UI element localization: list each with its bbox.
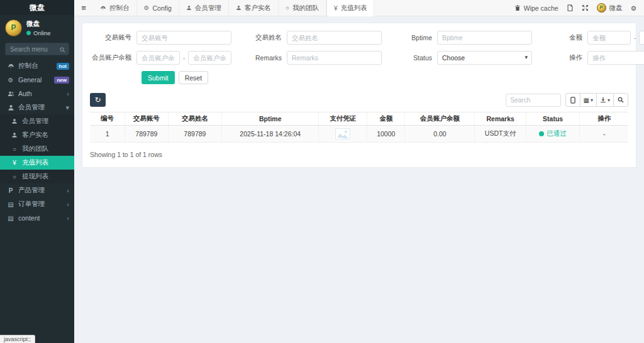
remarks-input[interactable] xyxy=(287,51,382,65)
cell-action: - xyxy=(580,126,628,143)
file-icon[interactable] xyxy=(567,4,574,11)
refresh-button[interactable]: ↻ xyxy=(90,93,106,107)
user-icon xyxy=(6,104,15,111)
account-input[interactable] xyxy=(136,31,231,45)
settings-gear-icon[interactable]: ⚙ xyxy=(631,4,636,12)
sidebar-item-label: General xyxy=(18,76,54,84)
avatar xyxy=(5,19,22,36)
tab-config[interactable]: ⚙ Config xyxy=(137,0,179,16)
amount-max-input[interactable] xyxy=(639,31,644,45)
fullscreen-icon[interactable] xyxy=(582,4,589,11)
chevron-left-icon: ‹ xyxy=(67,90,69,97)
cell-id: 1 xyxy=(90,126,125,143)
balance-max-input[interactable] xyxy=(188,51,231,65)
table-header-row: 编号 交易账号 交易姓名 Bptime 支付凭证 金额 会员账户余额 Remar… xyxy=(90,112,628,126)
sidebar-item-label: content xyxy=(18,214,67,222)
reset-button[interactable]: Reset xyxy=(179,71,208,84)
columns-icon: ▦ xyxy=(584,97,589,104)
tab-label: Config xyxy=(152,4,171,12)
sidebar-item-member-mgmt[interactable]: 会员管理 ▾ xyxy=(0,101,74,114)
sidebar-item-general[interactable]: ⚙ General new xyxy=(0,73,74,87)
tab-my-team[interactable]: ○ 我的团队 xyxy=(279,0,326,16)
col-header-remarks: Remarks xyxy=(475,112,526,126)
table-view-buttons: ▦▾ ▾ xyxy=(566,93,628,107)
status-dot-icon xyxy=(539,131,544,136)
tab-label: 客户实名 xyxy=(245,4,271,13)
sidebar-item-label: 我的团队 xyxy=(22,144,69,153)
tab-dashboard[interactable]: 控制台 xyxy=(93,0,137,16)
export-button[interactable]: ▾ xyxy=(596,93,614,107)
bptime-input[interactable] xyxy=(437,31,532,45)
action-input[interactable] xyxy=(587,51,644,65)
wipe-cache-button[interactable]: Wipe cache xyxy=(514,4,558,12)
status-label: Status xyxy=(391,54,437,62)
col-header-status: Status xyxy=(526,112,580,126)
user-icon xyxy=(10,118,19,124)
tab-label: 控制台 xyxy=(109,4,130,13)
col-header-balance: 会员账户余额 xyxy=(405,112,475,126)
product-icon: P xyxy=(6,187,15,194)
table-search-input[interactable] xyxy=(506,94,561,107)
trade-name-label: 交易姓名 xyxy=(240,33,287,42)
hamburger-icon[interactable]: ≡ xyxy=(74,0,93,16)
recharge-table: 编号 交易账号 交易姓名 Bptime 支付凭证 金额 会员账户余额 Remar… xyxy=(90,112,628,143)
avatar xyxy=(597,3,606,13)
yen-icon: ¥ xyxy=(10,160,19,166)
sidebar-item-product-mgmt[interactable]: P 产品管理 ‹ xyxy=(0,183,74,197)
trade-name-input[interactable] xyxy=(287,31,382,45)
submit-button[interactable]: Submit xyxy=(142,71,175,84)
broken-image-icon xyxy=(335,128,350,139)
sidebar-item-dashboard[interactable]: 控制台 hot xyxy=(0,59,74,73)
columns-button[interactable]: ▦▾ xyxy=(580,93,597,107)
balance-min-input[interactable] xyxy=(136,51,180,65)
gears-icon: ⚙ xyxy=(6,77,15,84)
amount-min-input[interactable] xyxy=(587,31,631,45)
sidebar-item-label: 充值列表 xyxy=(22,158,69,167)
gear-icon: ⚙ xyxy=(144,4,150,11)
circle-icon: ○ xyxy=(10,146,19,153)
trash-icon xyxy=(514,4,521,11)
cell-remarks: USDT支付 xyxy=(475,126,526,143)
tab-member-mgmt[interactable]: 会员管理 xyxy=(179,0,229,16)
pagination-info: Showing 1 to 1 of 1 rows xyxy=(90,151,628,158)
cell-bptime: 2025-11-18 14:26:04 xyxy=(222,126,319,143)
sidebar-item-auth[interactable]: Auth ‹ xyxy=(0,87,74,101)
bptime-label: Bptime xyxy=(391,34,437,41)
sidebar-item-content[interactable]: ▤ content ‹ xyxy=(0,211,74,225)
tab-kyc[interactable]: 客户实名 xyxy=(229,0,279,16)
payment-voucher-image[interactable] xyxy=(335,128,351,140)
sidebar-item-recharge-list[interactable]: ¥ 充值列表 xyxy=(0,156,74,170)
tab-recharge-list[interactable]: ¥ 充值列表 xyxy=(326,0,375,16)
cell-amount: 10000 xyxy=(367,126,405,143)
circle-icon: ○ xyxy=(10,173,19,180)
member-submenu: 会员管理 客户实名 ○ 我的团队 ¥ 充值列表 ○ 提现列表 xyxy=(0,114,74,183)
export-icon xyxy=(600,97,606,103)
sidebar-item-member-list[interactable]: 会员管理 xyxy=(0,114,74,128)
account-label: 交易账号 xyxy=(90,33,136,42)
new-badge: new xyxy=(54,77,69,84)
dashboard-icon xyxy=(6,63,15,70)
col-header-action: 操作 xyxy=(580,112,628,126)
status-select[interactable]: Choose xyxy=(437,51,532,65)
search-button[interactable] xyxy=(613,93,628,107)
sidebar-item-withdraw-list[interactable]: ○ 提现列表 xyxy=(0,170,74,183)
recharge-list-card: 交易账号 交易姓名 Bptime 金额 - 会员账户余额 xyxy=(82,23,636,168)
sidebar-item-label: 提现列表 xyxy=(22,172,69,181)
sidebar-item-order-mgmt[interactable]: ▤ 订单管理 ‹ xyxy=(0,197,74,211)
sidebar-item-my-team[interactable]: ○ 我的团队 xyxy=(0,142,74,156)
user-name: 微盘 xyxy=(26,19,50,28)
sidebar-item-kyc[interactable]: 客户实名 xyxy=(0,128,74,142)
chevron-down-icon: ▾ xyxy=(65,104,69,112)
status-badge: 已通过 xyxy=(539,129,567,138)
action-label: 操作 xyxy=(541,53,587,62)
balance-label: 会员账户余额 xyxy=(90,53,136,62)
dashboard-icon xyxy=(100,5,106,11)
cell-account: 789789 xyxy=(125,126,168,143)
card-view-button[interactable] xyxy=(565,93,580,107)
user-menu[interactable]: 微盘 xyxy=(597,3,623,13)
table-icon: ▤ xyxy=(6,215,15,222)
user-status: Online xyxy=(33,30,50,36)
tab-label: 充值列表 xyxy=(340,4,367,13)
nav-right: Wipe cache 微盘 ⚙ xyxy=(507,0,644,16)
tab-label: 我的团队 xyxy=(292,4,319,13)
